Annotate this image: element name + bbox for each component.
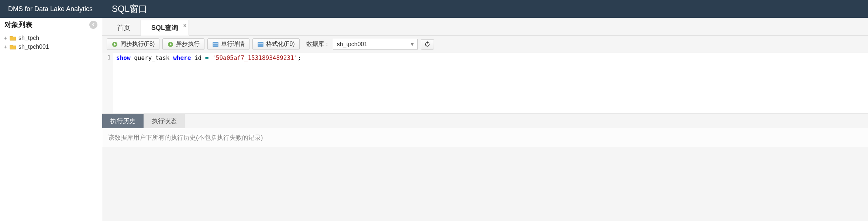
button-label: 异步执行 (176, 40, 200, 48)
tab-label: 执行状态 (152, 118, 177, 125)
sql-editor[interactable]: 1 show query_task where id = '59a05af7_1… (102, 53, 868, 113)
tab-exec-history[interactable]: 执行历史 (102, 114, 144, 128)
table-icon (257, 41, 264, 48)
button-label: 同步执行(F8) (120, 40, 155, 48)
tab-home[interactable]: 首页 (107, 20, 141, 35)
tab-exec-status[interactable]: 执行状态 (144, 114, 185, 128)
tree-node-sh_tpch001[interactable]: + sh_tpch001 (0, 42, 102, 51)
bottom-tabs: 执行历史 执行状态 (102, 113, 868, 128)
header-title: SQL窗口 (101, 3, 158, 15)
sidebar: 对象列表 + sh_tpch + sh_tpch001 (0, 18, 102, 221)
format-button[interactable]: 格式化(F9) (252, 38, 299, 50)
tree-expand-icon[interactable]: + (3, 35, 8, 41)
async-run-button[interactable]: 异步执行 (162, 38, 204, 50)
sidebar-title: 对象列表 (4, 20, 32, 30)
svg-rect-5 (258, 42, 263, 47)
tab-label: 执行历史 (110, 118, 135, 125)
toolbar: 同步执行(F8) 异步执行 单行详情 格式化(F9) 数据库： (102, 35, 868, 53)
tree-expand-icon[interactable]: + (3, 44, 8, 50)
tab-label: 首页 (117, 24, 130, 31)
chevron-left-icon (92, 23, 95, 27)
header-bar: DMS for Data Lake Analytics SQL窗口 (0, 0, 868, 18)
tab-sql-query[interactable]: SQL查询 × (141, 20, 189, 35)
editor-gutter: 1 (102, 53, 113, 113)
button-label: 格式化(F9) (266, 40, 294, 48)
history-note: 该数据库用户下所有的执行历史(不包括执行失败的记录) (102, 128, 868, 147)
close-icon[interactable]: × (183, 23, 186, 28)
database-label: 数据库： (306, 40, 330, 48)
row-detail-button[interactable]: 单行详情 (207, 38, 249, 50)
editor-content[interactable]: show query_task where id = '59a05af7_153… (113, 53, 868, 113)
sync-run-button[interactable]: 同步执行(F8) (107, 38, 159, 50)
line-number: 1 (102, 54, 111, 61)
object-tree: + sh_tpch + sh_tpch001 (0, 32, 102, 53)
product-name: DMS for Data Lake Analytics (0, 5, 101, 13)
database-select[interactable]: sh_tpch001 ▾ (333, 39, 418, 50)
tree-node-label: sh_tpch (18, 35, 39, 41)
tab-label: SQL查询 (151, 24, 178, 31)
gear-run-icon (167, 41, 174, 48)
table-icon (212, 41, 219, 48)
sidebar-collapse-button[interactable] (89, 21, 97, 29)
tree-node-label: sh_tpch001 (18, 44, 49, 50)
main-area: 首页 SQL查询 × 同步执行(F8) 异步执行 (102, 18, 868, 221)
refresh-button[interactable] (421, 39, 434, 50)
folder-icon (10, 44, 16, 50)
sidebar-header: 对象列表 (0, 18, 102, 32)
tree-node-sh_tpch[interactable]: + sh_tpch (0, 34, 102, 42)
gear-run-icon (111, 41, 118, 48)
refresh-icon (424, 41, 431, 48)
database-selected-value: sh_tpch001 (337, 41, 368, 48)
main-tabs: 首页 SQL查询 × (102, 18, 868, 35)
chevron-down-icon: ▾ (411, 41, 414, 48)
svg-rect-2 (213, 42, 218, 47)
button-label: 单行详情 (221, 40, 245, 48)
folder-icon (10, 35, 16, 41)
